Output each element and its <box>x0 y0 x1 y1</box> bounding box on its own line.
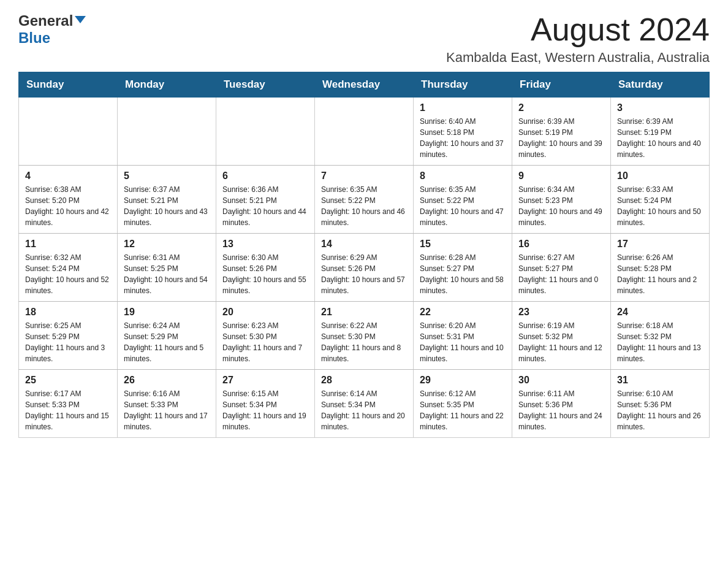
calendar-cell: 13Sunrise: 6:30 AM Sunset: 5:26 PM Dayli… <box>216 234 315 302</box>
calendar-cell: 12Sunrise: 6:31 AM Sunset: 5:25 PM Dayli… <box>118 234 216 302</box>
calendar-cell: 24Sunrise: 6:18 AM Sunset: 5:32 PM Dayli… <box>611 302 710 370</box>
cell-date: 26 <box>124 375 210 386</box>
cell-info: Sunrise: 6:23 AM Sunset: 5:30 PM Dayligh… <box>222 320 308 364</box>
calendar-cell: 27Sunrise: 6:15 AM Sunset: 5:34 PM Dayli… <box>216 370 315 438</box>
cell-date: 11 <box>25 239 111 250</box>
calendar-cell: 15Sunrise: 6:28 AM Sunset: 5:27 PM Dayli… <box>414 234 512 302</box>
calendar-day-header: Sunday <box>19 72 118 98</box>
cell-info: Sunrise: 6:12 AM Sunset: 5:35 PM Dayligh… <box>420 388 506 432</box>
cell-info: Sunrise: 6:32 AM Sunset: 5:24 PM Dayligh… <box>25 252 111 296</box>
cell-date: 6 <box>222 170 308 182</box>
calendar-table: SundayMondayTuesdayWednesdayThursdayFrid… <box>18 72 710 438</box>
cell-date: 30 <box>518 375 604 386</box>
cell-date: 13 <box>222 239 308 250</box>
calendar-cell: 10Sunrise: 6:33 AM Sunset: 5:24 PM Dayli… <box>611 166 710 234</box>
calendar-cell: 31Sunrise: 6:10 AM Sunset: 5:36 PM Dayli… <box>611 370 710 438</box>
calendar-cell: 25Sunrise: 6:17 AM Sunset: 5:33 PM Dayli… <box>19 370 118 438</box>
calendar-week-row: 18Sunrise: 6:25 AM Sunset: 5:29 PM Dayli… <box>19 302 710 370</box>
cell-info: Sunrise: 6:39 AM Sunset: 5:19 PM Dayligh… <box>617 116 703 160</box>
calendar-day-header: Saturday <box>611 72 710 98</box>
cell-info: Sunrise: 6:27 AM Sunset: 5:27 PM Dayligh… <box>518 252 604 296</box>
cell-date: 24 <box>617 307 703 318</box>
month-title: August 2024 <box>446 12 710 47</box>
location-title: Kambalda East, Western Australia, Austra… <box>446 50 710 66</box>
cell-info: Sunrise: 6:20 AM Sunset: 5:31 PM Dayligh… <box>420 320 506 364</box>
calendar-week-row: 1Sunrise: 6:40 AM Sunset: 5:18 PM Daylig… <box>19 98 710 166</box>
calendar-cell <box>315 98 414 166</box>
cell-info: Sunrise: 6:16 AM Sunset: 5:33 PM Dayligh… <box>124 388 210 432</box>
title-area: August 2024 Kambalda East, Western Austr… <box>446 12 710 66</box>
calendar-cell: 7Sunrise: 6:35 AM Sunset: 5:22 PM Daylig… <box>315 166 414 234</box>
cell-info: Sunrise: 6:31 AM Sunset: 5:25 PM Dayligh… <box>124 252 210 296</box>
calendar-cell: 9Sunrise: 6:34 AM Sunset: 5:23 PM Daylig… <box>512 166 611 234</box>
cell-date: 16 <box>518 239 604 250</box>
calendar-cell: 4Sunrise: 6:38 AM Sunset: 5:20 PM Daylig… <box>19 166 118 234</box>
calendar-cell: 1Sunrise: 6:40 AM Sunset: 5:18 PM Daylig… <box>414 98 512 166</box>
calendar-cell: 28Sunrise: 6:14 AM Sunset: 5:34 PM Dayli… <box>315 370 414 438</box>
cell-date: 21 <box>321 307 407 318</box>
cell-info: Sunrise: 6:15 AM Sunset: 5:34 PM Dayligh… <box>222 388 308 432</box>
calendar-week-row: 25Sunrise: 6:17 AM Sunset: 5:33 PM Dayli… <box>19 370 710 438</box>
cell-date: 19 <box>124 307 210 318</box>
logo-general-text: General <box>18 12 73 29</box>
cell-date: 23 <box>518 307 604 318</box>
calendar-cell <box>19 98 118 166</box>
calendar-cell: 26Sunrise: 6:16 AM Sunset: 5:33 PM Dayli… <box>118 370 216 438</box>
cell-date: 12 <box>124 239 210 250</box>
calendar-cell: 3Sunrise: 6:39 AM Sunset: 5:19 PM Daylig… <box>611 98 710 166</box>
calendar-cell: 6Sunrise: 6:36 AM Sunset: 5:21 PM Daylig… <box>216 166 315 234</box>
cell-date: 7 <box>321 170 407 182</box>
calendar-cell: 22Sunrise: 6:20 AM Sunset: 5:31 PM Dayli… <box>414 302 512 370</box>
cell-info: Sunrise: 6:26 AM Sunset: 5:28 PM Dayligh… <box>617 252 703 296</box>
cell-info: Sunrise: 6:17 AM Sunset: 5:33 PM Dayligh… <box>25 388 111 432</box>
calendar-cell: 11Sunrise: 6:32 AM Sunset: 5:24 PM Dayli… <box>19 234 118 302</box>
calendar-cell: 14Sunrise: 6:29 AM Sunset: 5:26 PM Dayli… <box>315 234 414 302</box>
cell-info: Sunrise: 6:24 AM Sunset: 5:29 PM Dayligh… <box>124 320 210 364</box>
cell-date: 22 <box>420 307 506 318</box>
calendar-day-header: Monday <box>118 72 216 98</box>
calendar-day-header: Tuesday <box>216 72 315 98</box>
calendar-cell: 2Sunrise: 6:39 AM Sunset: 5:19 PM Daylig… <box>512 98 611 166</box>
cell-info: Sunrise: 6:29 AM Sunset: 5:26 PM Dayligh… <box>321 252 407 296</box>
calendar-cell: 23Sunrise: 6:19 AM Sunset: 5:32 PM Dayli… <box>512 302 611 370</box>
cell-info: Sunrise: 6:37 AM Sunset: 5:21 PM Dayligh… <box>124 184 210 228</box>
cell-date: 25 <box>25 375 111 386</box>
calendar-cell: 20Sunrise: 6:23 AM Sunset: 5:30 PM Dayli… <box>216 302 315 370</box>
cell-info: Sunrise: 6:25 AM Sunset: 5:29 PM Dayligh… <box>25 320 111 364</box>
svg-marker-0 <box>75 16 86 23</box>
cell-date: 27 <box>222 375 308 386</box>
cell-info: Sunrise: 6:35 AM Sunset: 5:22 PM Dayligh… <box>321 184 407 228</box>
cell-date: 3 <box>617 102 703 113</box>
cell-date: 14 <box>321 239 407 250</box>
page-header: General Blue August 2024 Kambalda East, … <box>18 12 710 66</box>
cell-info: Sunrise: 6:11 AM Sunset: 5:36 PM Dayligh… <box>518 388 604 432</box>
cell-info: Sunrise: 6:22 AM Sunset: 5:30 PM Dayligh… <box>321 320 407 364</box>
cell-info: Sunrise: 6:38 AM Sunset: 5:20 PM Dayligh… <box>25 184 111 228</box>
cell-date: 10 <box>617 170 703 182</box>
calendar-header-row: SundayMondayTuesdayWednesdayThursdayFrid… <box>19 72 710 98</box>
cell-info: Sunrise: 6:33 AM Sunset: 5:24 PM Dayligh… <box>617 184 703 228</box>
cell-date: 4 <box>25 170 111 182</box>
calendar-cell: 8Sunrise: 6:35 AM Sunset: 5:22 PM Daylig… <box>414 166 512 234</box>
cell-date: 5 <box>124 170 210 182</box>
calendar-cell: 16Sunrise: 6:27 AM Sunset: 5:27 PM Dayli… <box>512 234 611 302</box>
cell-date: 28 <box>321 375 407 386</box>
calendar-week-row: 11Sunrise: 6:32 AM Sunset: 5:24 PM Dayli… <box>19 234 710 302</box>
cell-date: 18 <box>25 307 111 318</box>
calendar-cell <box>216 98 315 166</box>
cell-info: Sunrise: 6:39 AM Sunset: 5:19 PM Dayligh… <box>518 116 604 160</box>
cell-date: 29 <box>420 375 506 386</box>
calendar-cell: 29Sunrise: 6:12 AM Sunset: 5:35 PM Dayli… <box>414 370 512 438</box>
logo-blue-text: Blue <box>18 29 50 47</box>
logo: General Blue <box>18 12 86 47</box>
calendar-cell: 18Sunrise: 6:25 AM Sunset: 5:29 PM Dayli… <box>19 302 118 370</box>
cell-date: 20 <box>222 307 308 318</box>
calendar-cell: 21Sunrise: 6:22 AM Sunset: 5:30 PM Dayli… <box>315 302 414 370</box>
cell-date: 31 <box>617 375 703 386</box>
calendar-cell: 30Sunrise: 6:11 AM Sunset: 5:36 PM Dayli… <box>512 370 611 438</box>
cell-date: 8 <box>420 170 506 182</box>
cell-info: Sunrise: 6:10 AM Sunset: 5:36 PM Dayligh… <box>617 388 703 432</box>
calendar-cell <box>118 98 216 166</box>
cell-info: Sunrise: 6:18 AM Sunset: 5:32 PM Dayligh… <box>617 320 703 364</box>
calendar-day-header: Thursday <box>414 72 512 98</box>
